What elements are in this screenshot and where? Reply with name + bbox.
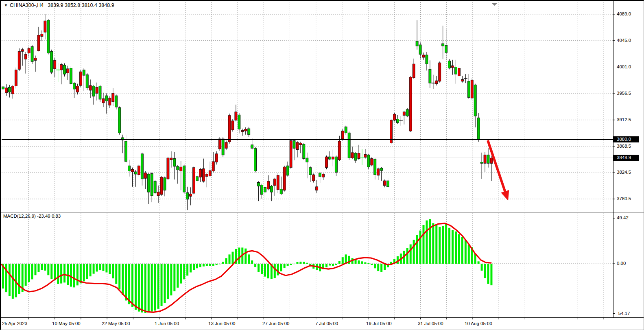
svg-text:7 Jul 05:00: 7 Jul 05:00 xyxy=(315,321,338,326)
chart-title-bar: ▼CHINA300-,H43839.9 3852.8 3810.4 3848.9 xyxy=(4,2,114,8)
svg-text:4045.0: 4045.0 xyxy=(617,38,631,43)
macd-histogram xyxy=(2,219,492,313)
svg-text:3868.5: 3868.5 xyxy=(617,144,631,149)
svg-text:3880.0: 3880.0 xyxy=(617,137,631,142)
svg-text:31 Jul 05:00: 31 Jul 05:00 xyxy=(418,321,443,326)
svg-text:4001.0: 4001.0 xyxy=(617,64,631,69)
svg-text:27 Jun 05:00: 27 Jun 05:00 xyxy=(262,321,290,326)
svg-text:25 Apr 2023: 25 Apr 2023 xyxy=(2,321,27,326)
candlestick-series xyxy=(2,14,493,210)
svg-text:13 Jun 05:00: 13 Jun 05:00 xyxy=(208,321,236,326)
sell-arrow[interactable] xyxy=(488,140,509,201)
svg-text:22 May 05:00: 22 May 05:00 xyxy=(102,321,130,326)
svg-text:-54.17: -54.17 xyxy=(617,311,630,316)
symbol-dropdown-icon[interactable]: ▼ xyxy=(4,3,8,7)
macd-indicator-label: MACD(12,26,9) -23.49 0.83 xyxy=(3,214,61,219)
time-axis: 25 Apr 202310 May 05:0022 May 05:001 Jun… xyxy=(2,318,603,326)
chart-symbol-timeframe: CHINA300-,H4 xyxy=(10,2,44,8)
chart-ohlc-values: 3839.9 3852.8 3810.4 3848.9 xyxy=(48,2,114,8)
svg-text:19 Jul 05:00: 19 Jul 05:00 xyxy=(366,321,392,326)
svg-text:0.00: 0.00 xyxy=(617,261,626,266)
svg-text:3848.9: 3848.9 xyxy=(617,155,631,160)
svg-text:3780.5: 3780.5 xyxy=(617,196,631,201)
svg-text:3956.5: 3956.5 xyxy=(617,91,631,96)
svg-text:10 May 05:00: 10 May 05:00 xyxy=(52,321,81,326)
price-axis: 4089.04045.04001.03956.53912.53868.53824… xyxy=(613,11,639,316)
svg-text:4089.0: 4089.0 xyxy=(617,11,631,16)
svg-text:49.42: 49.42 xyxy=(617,215,629,220)
chart-canvas[interactable]: 4089.04045.04001.03956.53912.53868.53824… xyxy=(1,1,644,330)
svg-text:3824.5: 3824.5 xyxy=(617,170,631,175)
bid-price-label: 3848.9 xyxy=(613,155,639,161)
chart-shift-icon[interactable] xyxy=(491,3,498,6)
svg-text:1 Jun 05:00: 1 Jun 05:00 xyxy=(155,321,179,326)
resistance-price-label: 3880.0 xyxy=(613,136,639,142)
svg-text:10 Aug 05:00: 10 Aug 05:00 xyxy=(465,321,492,326)
svg-text:3912.5: 3912.5 xyxy=(617,117,631,122)
chart-window: 4089.04045.04001.03956.53912.53868.53824… xyxy=(0,0,644,330)
